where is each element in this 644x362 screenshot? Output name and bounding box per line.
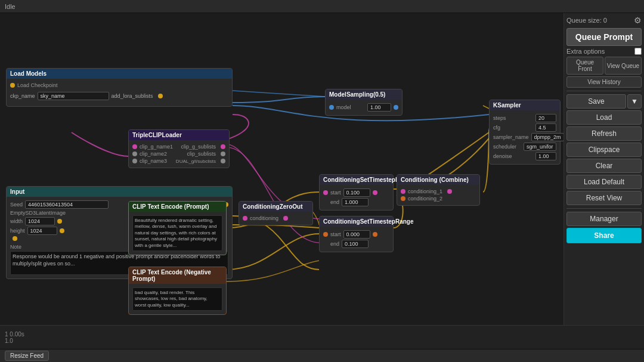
node-cond-combine[interactable]: Conditioning (Combine) conditioning_1 co…: [397, 174, 480, 206]
output-dot: [221, 151, 225, 156]
node-row: steps: [493, 114, 556, 122]
seed-input[interactable]: [25, 200, 109, 209]
input-dot: [329, 105, 334, 110]
node-ksampler[interactable]: KSampler steps cfg sampler_name: [489, 100, 561, 165]
node-row: sampler_name: [493, 133, 556, 141]
height-input[interactable]: [27, 227, 57, 235]
input-dot: [132, 151, 137, 156]
status-line2: 1.0: [5, 338, 13, 344]
node-cond-timestep1[interactable]: ConditioningSetTimestepRange start end: [319, 174, 394, 211]
node-cond-ts2-header: ConditioningSetTimestepRange: [320, 216, 393, 227]
node-row: cfg: [493, 123, 556, 132]
gear-icon[interactable]: ⚙: [634, 16, 642, 25]
right-panel: Queue size: 0 ⚙ Queue Prompt Extra optio…: [564, 13, 644, 325]
node-row: conditioning_1: [401, 188, 476, 194]
output-dot: [13, 236, 17, 241]
node-input-header: Input: [7, 187, 232, 197]
node-cond-combine-header: Conditioning (Combine): [397, 175, 479, 185]
status-line1: 1 0.00s: [5, 331, 24, 338]
queue-prompt-button[interactable]: Queue Prompt: [566, 28, 642, 46]
start-input[interactable]: [343, 188, 370, 197]
scheduler-input[interactable]: [524, 143, 556, 151]
load-button[interactable]: Load: [566, 110, 642, 125]
input-dot: [323, 190, 328, 195]
input-dot: [401, 196, 405, 201]
share-button[interactable]: Share: [566, 228, 642, 243]
node-row: end: [323, 240, 389, 248]
node-cond-timestep2[interactable]: ConditioningSetTimestepRange start end: [319, 216, 394, 252]
node-clip-text-pos[interactable]: CLIP Text Encode (Prompt) Beautifully re…: [128, 201, 227, 255]
end2-input[interactable]: [342, 240, 369, 248]
node-row: conditioning_2: [401, 196, 476, 202]
input-dot: [401, 189, 405, 194]
node-clip-text-neg[interactable]: CLIP Text Encode (Negative Prompt) bad q…: [128, 267, 227, 315]
steps-input[interactable]: [535, 114, 556, 122]
queue-front-button[interactable]: Queue Front: [566, 57, 603, 75]
clear-button[interactable]: Clear: [566, 159, 642, 173]
output-dot: [447, 189, 452, 194]
node-row: Load Checkpoint: [10, 82, 228, 88]
node-ksampler-body: steps cfg sampler_name scheduler: [490, 110, 560, 164]
node-model-sampling-body: model: [326, 100, 402, 115]
node-clip-pos-body: Beautifully rendered dramatic setting, m…: [129, 212, 226, 255]
clip-neg-text[interactable]: bad quality, bad render. This showcases,…: [132, 287, 222, 311]
divider: [566, 91, 642, 91]
statusbar: 1 0.00s 1.0: [0, 325, 644, 349]
output-dot: [221, 159, 225, 163]
node-model-sampling[interactable]: ModelSampling(0.5) model: [325, 89, 402, 116]
output-dot: [57, 219, 62, 224]
sampler-input[interactable]: [531, 133, 564, 141]
view-history-button[interactable]: View History: [566, 76, 642, 88]
node-load-models[interactable]: Load Models Load Checkpoint ckp_name add…: [6, 68, 233, 107]
end-input[interactable]: [342, 198, 369, 206]
node-row: clip_name3 DUAL_g/l/subclists: [132, 158, 225, 164]
node-cond-ts1-body: start end: [320, 185, 393, 210]
cfg-input[interactable]: [535, 123, 556, 132]
app-title: Idle: [5, 3, 16, 10]
node-row: start: [323, 230, 389, 239]
node-load-models-body: Load Checkpoint ckp_name add_lora_sublis…: [7, 79, 232, 106]
node-cond-ts1-header: ConditioningSetTimestepRange: [320, 175, 393, 185]
node-row: conditioning: [243, 215, 309, 221]
node-cond-zero-body: conditioning: [239, 212, 312, 225]
node-row: start: [323, 188, 389, 197]
node-row: ckp_name add_lora_sublists: [10, 92, 228, 100]
node-row: clip_g_name1 clip_g_sublists: [132, 144, 225, 150]
node-conditioning-zero[interactable]: ConditioningZeroOut conditioning: [239, 201, 313, 225]
model-sampling-value[interactable]: [367, 103, 391, 112]
clip-pos-text[interactable]: Beautifully rendered dramatic setting, m…: [132, 215, 222, 251]
input-dot: [132, 144, 137, 149]
titlebar: Idle: [0, 0, 644, 13]
denoise-input[interactable]: [535, 152, 556, 160]
save-button[interactable]: Save: [566, 94, 626, 109]
queue-size-label: Queue size: 0: [566, 17, 607, 24]
manager-button[interactable]: Manager: [566, 212, 642, 226]
node-model-sampling-header: ModelSampling(0.5): [326, 89, 402, 100]
canvas-area[interactable]: Load Models Load Checkpoint ckp_name add…: [0, 13, 564, 325]
queue-size-row: Queue size: 0 ⚙: [566, 16, 642, 25]
output-dot: [373, 232, 377, 237]
input-dot: [10, 83, 15, 88]
resize-feed-button[interactable]: Resize Feed: [5, 351, 49, 361]
clipspace-button[interactable]: Clipspace: [566, 143, 642, 157]
load-default-button[interactable]: Load Default: [566, 175, 642, 189]
node-cond-ts2-body: start end: [320, 227, 393, 252]
output-dot: [158, 94, 163, 98]
view-queue-button[interactable]: View Queue: [605, 57, 642, 75]
node-clip-neg-header: CLIP Text Encode (Negative Prompt): [129, 267, 226, 284]
node-row: clip_name2 clip_sublists: [132, 151, 225, 157]
extra-options-row: Extra options: [566, 48, 642, 55]
output-dot: [221, 144, 225, 149]
node-cond-zero-header: ConditioningZeroOut: [239, 202, 312, 212]
start2-input[interactable]: [343, 230, 370, 239]
input-dot: [323, 232, 328, 237]
node-triple-clip[interactable]: TripleCLIPLoader clip_g_name1 clip_g_sub…: [128, 129, 230, 168]
width-input[interactable]: [25, 217, 55, 225]
extra-options-checkbox[interactable]: [634, 48, 642, 55]
output-dot: [283, 216, 288, 221]
save-arrow-button[interactable]: ▼: [627, 94, 642, 109]
reset-view-button[interactable]: Reset View: [566, 191, 642, 205]
ckp-name-input[interactable]: [38, 92, 109, 100]
refresh-button[interactable]: Refresh: [566, 126, 642, 141]
node-row: end: [323, 198, 389, 206]
